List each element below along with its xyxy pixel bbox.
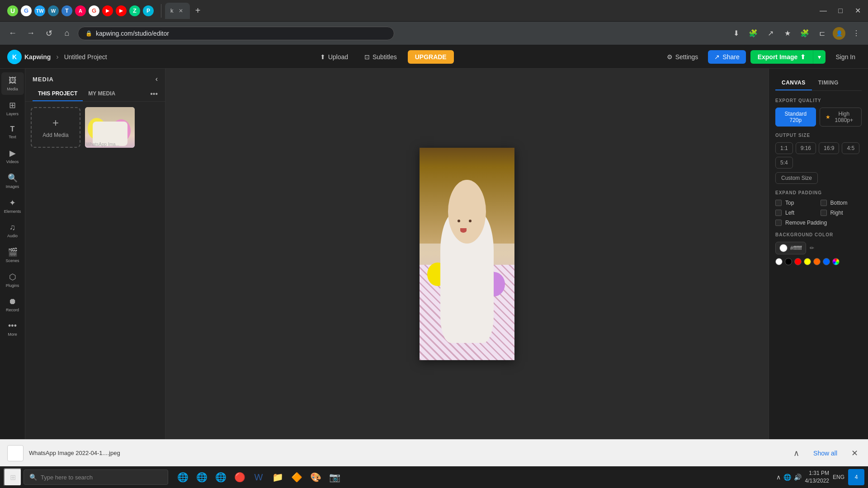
export-dropdown-button[interactable]: ▾ <box>813 50 826 64</box>
size-9-16-button[interactable]: 9:16 <box>796 142 816 154</box>
puzzle-icon[interactable]: 🧩 <box>798 27 811 40</box>
media-tab-more[interactable]: ••• <box>150 90 158 98</box>
size-16-9-button[interactable]: 16:9 <box>819 142 839 154</box>
taskbar-search[interactable]: 🔍 Type here to search <box>24 469 168 485</box>
window-close-button[interactable]: ✕ <box>851 4 864 18</box>
taskbar-app-edge[interactable]: 🌐 <box>174 468 192 486</box>
share-button[interactable]: ↗ Share <box>708 50 745 64</box>
share-icon[interactable]: ↗ <box>764 27 777 40</box>
sidebar-item-videos[interactable]: ▶ Videos <box>1 145 24 168</box>
media-panel-collapse-button[interactable]: ‹ <box>156 75 158 83</box>
swatch-yellow[interactable] <box>804 258 811 265</box>
speaker-icon[interactable]: 🔊 <box>794 474 802 481</box>
swatch-rainbow[interactable] <box>832 258 840 265</box>
upload-button[interactable]: ⬆ Upload <box>315 51 354 63</box>
padding-left-checkbox[interactable] <box>775 210 782 216</box>
tab-favicon-ani[interactable]: A <box>75 5 86 16</box>
home-button[interactable]: ⌂ <box>60 26 74 41</box>
extensions-icon[interactable]: 🧩 <box>747 27 760 40</box>
subtitles-button[interactable]: ⊡ Subtitles <box>359 51 402 63</box>
sidebar-item-more[interactable]: ••• More <box>1 318 24 340</box>
taskbar-app-edge2[interactable]: 🌐 <box>212 468 230 486</box>
sidebar-item-text[interactable]: T Text <box>1 122 24 143</box>
forward-button[interactable]: → <box>24 26 38 41</box>
tab-favicon-google[interactable]: G <box>21 5 32 16</box>
padding-right-checkbox[interactable] <box>821 210 827 216</box>
tab-favicon-upwork[interactable]: U <box>7 5 18 16</box>
media-thumbnail[interactable]: WhatsApp Ima... <box>85 107 135 148</box>
size-4-5-button[interactable]: 4:5 <box>842 142 859 154</box>
active-tab[interactable]: k ✕ <box>165 3 190 19</box>
swatch-white[interactable] <box>775 258 783 265</box>
refresh-button[interactable]: ↺ <box>42 26 56 41</box>
quality-high-button[interactable]: ★ High 1080p+ <box>820 108 862 127</box>
bg-color-swatch-main[interactable]: #ffffff <box>775 242 806 254</box>
padding-top-checkbox[interactable] <box>775 200 782 206</box>
upgrade-button[interactable]: UPGRADE <box>408 50 454 64</box>
up-arrow-icon[interactable]: ∧ <box>776 474 781 481</box>
network-icon[interactable]: 🌐 <box>783 474 791 481</box>
system-clock[interactable]: 1:31 PM 4/13/2022 <box>805 469 829 485</box>
canvas-area[interactable] <box>165 69 769 439</box>
url-bar[interactable]: 🔒 kapwing.com/studio/editor <box>78 27 394 40</box>
remove-padding-checkbox[interactable] <box>775 220 782 226</box>
sidebar-item-audio[interactable]: ♫ Audio <box>1 219 24 242</box>
show-all-button[interactable]: Show all <box>808 447 843 460</box>
size-1-1-button[interactable]: 1:1 <box>775 142 793 154</box>
sidebar-item-elements[interactable]: ✦ Elements <box>1 194 24 217</box>
collapse-download-button[interactable]: ∧ <box>790 447 802 460</box>
tab-favicon-yt[interactable]: ▶ <box>102 5 113 16</box>
signin-button[interactable]: Sign In <box>830 51 861 63</box>
padding-bottom-checkbox[interactable] <box>821 200 827 206</box>
swatch-blue[interactable] <box>823 258 830 265</box>
taskbar-app-browser[interactable]: 🔴 <box>231 468 249 486</box>
window-maximize-button[interactable]: □ <box>834 4 847 18</box>
taskbar-app-git[interactable]: 🔶 <box>288 468 306 486</box>
notification-button[interactable]: 4 <box>848 469 864 485</box>
quality-standard-button[interactable]: Standard 720p <box>775 108 816 127</box>
split-icon[interactable]: ⊏ <box>816 27 828 40</box>
tab-favicon-wp[interactable]: W <box>48 5 59 16</box>
taskbar-app-chrome[interactable]: 🌐 <box>193 468 211 486</box>
sidebar-item-scenes[interactable]: 🎬 Scenes <box>1 244 24 267</box>
size-5-4-button[interactable]: 5:4 <box>775 157 793 169</box>
settings-button[interactable]: ⚙ Settings <box>661 51 704 63</box>
download-icon[interactable]: ⬇ <box>730 27 742 40</box>
sidebar-item-layers[interactable]: ⊞ Layers <box>1 97 24 120</box>
swatch-black[interactable] <box>785 258 792 265</box>
new-tab-button[interactable]: + <box>192 5 204 17</box>
tab-favicon-tw[interactable]: TW <box>34 5 45 16</box>
add-media-button[interactable]: + Add Media <box>31 107 80 148</box>
taskbar-app-word[interactable]: W <box>250 468 268 486</box>
tab-favicon-p[interactable]: P <box>143 5 154 16</box>
sidebar-item-images[interactable]: 🔍 Images <box>1 169 24 192</box>
swatch-red[interactable] <box>794 258 802 265</box>
taskbar-app-camera[interactable]: 📷 <box>326 468 344 486</box>
bookmark-icon[interactable]: ★ <box>781 27 794 40</box>
window-minimize-button[interactable]: — <box>816 4 830 18</box>
profile-avatar[interactable]: 👤 <box>833 27 845 40</box>
start-button[interactable]: ⊞ <box>4 468 22 486</box>
tab-favicon-z[interactable]: Z <box>129 5 140 16</box>
pencil-icon[interactable]: ✏ <box>810 245 814 251</box>
bg-color-section: #ffffff ✏ <box>775 242 862 265</box>
sidebar-item-record[interactable]: ⏺ Record <box>1 293 24 316</box>
tab-favicon-t[interactable]: T <box>61 5 72 16</box>
tab-timing[interactable]: TIMING <box>812 76 845 90</box>
tab-favicon-g2[interactable]: G <box>89 5 99 16</box>
tab-my-media[interactable]: MY MEDIA <box>83 87 121 101</box>
taskbar-app-files[interactable]: 📁 <box>269 468 287 486</box>
tab-close-button[interactable]: ✕ <box>177 7 184 14</box>
menu-icon[interactable]: ⋮ <box>850 27 863 40</box>
tab-this-project[interactable]: THIS PROJECT <box>33 87 83 101</box>
export-button[interactable]: Export Image ⬆ <box>750 50 813 64</box>
tab-favicon-yt2[interactable]: ▶ <box>116 5 127 16</box>
taskbar-app-paint[interactable]: 🎨 <box>307 468 325 486</box>
custom-size-button[interactable]: Custom Size <box>775 172 818 184</box>
sidebar-item-media[interactable]: 🖼 Media <box>1 72 24 95</box>
close-bar-button[interactable]: ✕ <box>848 447 861 460</box>
sidebar-item-plugins[interactable]: ⬡ Plugins <box>1 268 24 291</box>
swatch-orange[interactable] <box>813 258 821 265</box>
back-button[interactable]: ← <box>5 26 20 41</box>
tab-canvas[interactable]: CANVAS <box>775 76 812 90</box>
